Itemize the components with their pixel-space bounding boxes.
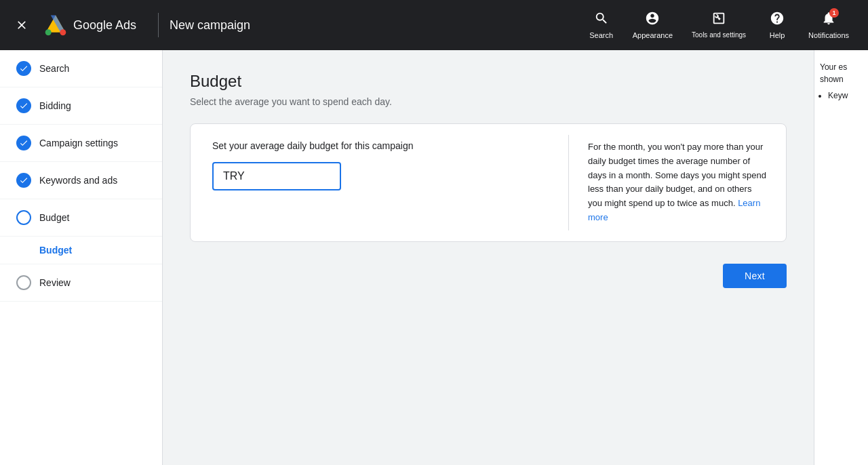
right-panel: Your es shown Keyw [814,50,868,465]
sidebar: Search Bidding Campaign settings Keyword… [0,50,163,465]
brand-name: Google Ads [73,18,136,33]
tools-icon [711,11,726,30]
sidebar-item-campaign-settings[interactable]: Campaign settings [0,125,162,162]
sidebar-sub-label-budget: Budget [39,245,72,256]
sidebar-label-search: Search [39,63,69,74]
svg-point-3 [60,29,66,35]
notifications-label: Notifications [808,31,849,39]
layout: Search Bidding Campaign settings Keyword… [0,50,868,465]
notification-badge: 1 [829,8,839,18]
right-panel-list: Keyw [820,91,863,100]
sidebar-label-bidding: Bidding [39,100,71,111]
next-button[interactable]: Next [723,264,787,288]
sidebar-label-review: Review [39,277,71,288]
sidebar-label-campaign-settings: Campaign settings [39,138,118,148]
sidebar-item-review[interactable]: Review [0,264,162,302]
budget-card: Set your average daily budget for this c… [190,123,787,242]
close-button[interactable] [11,14,33,36]
right-panel-text: Your es shown [820,61,863,85]
step-icon-bidding [16,98,31,113]
page-title: Budget [190,72,787,91]
search-icon [594,11,609,30]
actions-row: Next [190,264,787,288]
tools-button[interactable]: Tools and settings [684,5,754,45]
step-icon-search [16,61,31,76]
sidebar-item-budget[interactable]: Budget [0,199,162,237]
budget-input[interactable] [212,162,341,190]
logo: Google Ads [43,13,136,37]
step-icon-campaign-settings [16,136,31,150]
header-actions: Search Appearance Tools and settings Hel… [581,5,857,45]
header-title: New campaign [170,18,581,33]
sidebar-sub-item-budget[interactable]: Budget [0,237,162,264]
right-panel-list-item: Keyw [828,91,863,100]
tools-label: Tools and settings [692,31,746,39]
close-icon [15,18,28,32]
search-label: Search [589,31,613,39]
budget-card-info: For the month, you won't pay more than y… [569,124,786,241]
header-divider [158,13,159,37]
budget-card-label: Set your average daily budget for this c… [212,140,547,151]
google-ads-logo-icon [43,13,68,37]
svg-point-2 [45,29,52,35]
help-button[interactable]: Help [757,5,797,45]
appearance-icon [645,11,660,30]
sidebar-item-keywords-and-ads[interactable]: Keywords and ads [0,162,162,199]
sidebar-item-bidding[interactable]: Bidding [0,87,162,125]
main-content: Budget Select the average you want to sp… [163,50,814,465]
help-icon [770,11,785,30]
sidebar-label-keywords-and-ads: Keywords and ads [39,175,117,186]
sidebar-label-budget: Budget [39,212,69,223]
page-subtitle: Select the average you want to spend eac… [190,96,787,107]
step-icon-budget [16,210,31,225]
notifications-button[interactable]: 1 Notifications [800,5,857,45]
step-icon-keywords-and-ads [16,173,31,188]
sidebar-item-search[interactable]: Search [0,50,162,87]
search-button[interactable]: Search [581,5,622,45]
help-label: Help [770,31,785,39]
appearance-label: Appearance [633,31,673,39]
budget-card-left: Set your average daily budget for this c… [191,124,568,241]
step-icon-review [16,275,31,290]
appearance-button[interactable]: Appearance [625,5,681,45]
header: Google Ads New campaign Search Appearanc… [0,0,868,50]
notifications-icon: 1 [821,11,836,30]
